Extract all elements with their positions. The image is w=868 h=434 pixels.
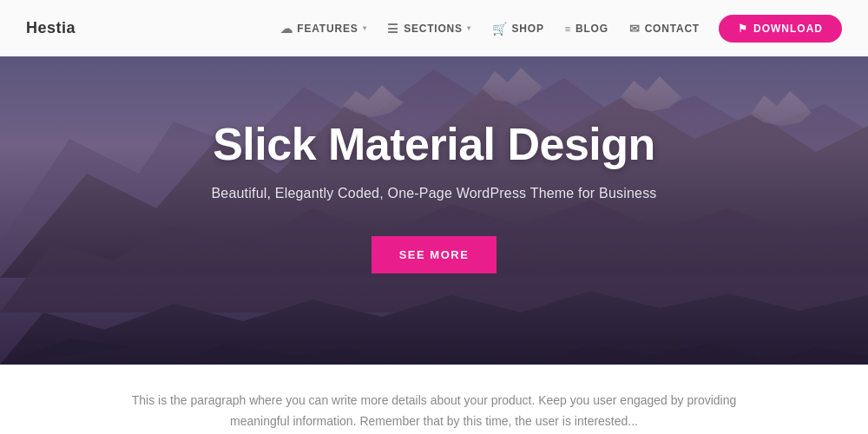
cart-icon: 🛒 xyxy=(492,22,508,36)
nav-item-sections[interactable]: ☰ SECTIONS ▾ xyxy=(378,16,479,41)
hero-subtitle: Beautiful, Elegantly Coded, One-Page Wor… xyxy=(211,186,656,201)
nav-item-features[interactable]: ☁ FEATURES ▾ xyxy=(272,16,376,41)
download-label: DOWNLOAD xyxy=(753,23,823,35)
nav-label-shop: SHOP xyxy=(512,23,544,35)
menu-icon: ☰ xyxy=(387,22,399,36)
nav-label-blog: BLOG xyxy=(575,23,608,35)
below-hero-section: This is the paragraph where you can writ… xyxy=(0,365,868,434)
nav-menu: ☁ FEATURES ▾ ☰ SECTIONS ▾ 🛒 SHOP ≡ BLOG … xyxy=(272,15,843,43)
nav-item-shop[interactable]: 🛒 SHOP xyxy=(483,16,553,41)
chevron-down-icon: ▾ xyxy=(363,24,367,32)
nav-label-features: FEATURES xyxy=(297,23,358,35)
lines-icon: ≡ xyxy=(565,23,571,34)
cloud-icon: ☁ xyxy=(280,22,293,36)
nav-item-blog[interactable]: ≡ BLOG xyxy=(556,17,617,40)
nav-label-contact: CONTACT xyxy=(645,23,700,35)
below-hero-text: This is the paragraph where you can writ… xyxy=(130,391,738,432)
download-button[interactable]: ⚑ DOWNLOAD xyxy=(719,15,842,43)
see-more-button[interactable]: SEE MORE xyxy=(372,236,497,273)
flag-icon: ⚑ xyxy=(738,23,748,35)
hero-title: Slick Material Design xyxy=(211,118,656,170)
nav-item-contact[interactable]: ✉ CONTACT xyxy=(621,16,708,41)
envelope-icon: ✉ xyxy=(629,22,641,36)
brand-logo[interactable]: Hestia xyxy=(26,19,76,37)
nav-label-sections: SECTIONS xyxy=(404,23,463,35)
hero-content: Slick Material Design Beautiful, Elegant… xyxy=(176,118,691,273)
chevron-down-icon-2: ▾ xyxy=(467,24,471,32)
navbar: Hestia ☁ FEATURES ▾ ☰ SECTIONS ▾ 🛒 SHOP … xyxy=(0,0,868,56)
